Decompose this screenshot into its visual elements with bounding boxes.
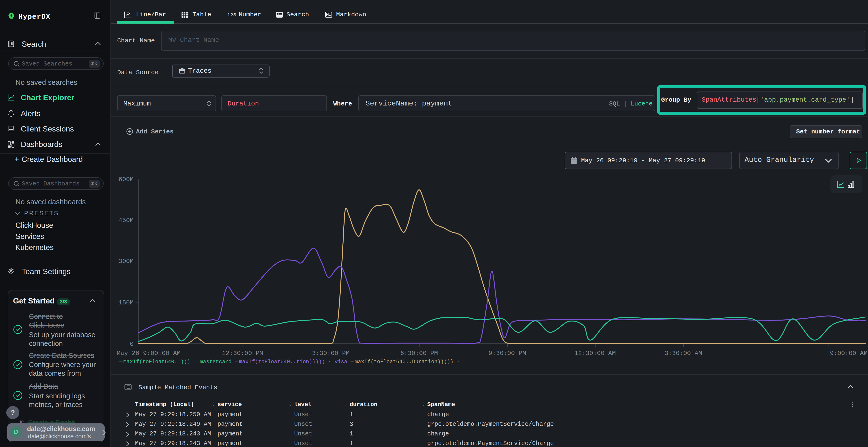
svg-text:12:30:00 PM: 12:30:00 PM [222,350,263,357]
svg-text:600M: 600M [119,176,133,183]
svg-text:450M: 450M [119,217,133,224]
svg-text:12:30:00 AM: 12:30:00 AM [574,350,616,357]
svg-text:May 26 9:00:00 AM: May 26 9:00:00 AM [117,350,181,357]
svg-text:9:30:00 PM: 9:30:00 PM [489,350,526,357]
svg-text:300M: 300M [119,258,133,265]
svg-text:3:30:00 PM: 3:30:00 PM [312,350,350,357]
svg-text:150M: 150M [119,299,133,306]
svg-text:6:30:00 PM: 6:30:00 PM [400,350,438,357]
svg-text:3:30:00 AM: 3:30:00 AM [664,350,702,357]
svg-text:0: 0 [130,341,133,348]
svg-text:9:00:00 AM: 9:00:00 AM [830,350,868,357]
